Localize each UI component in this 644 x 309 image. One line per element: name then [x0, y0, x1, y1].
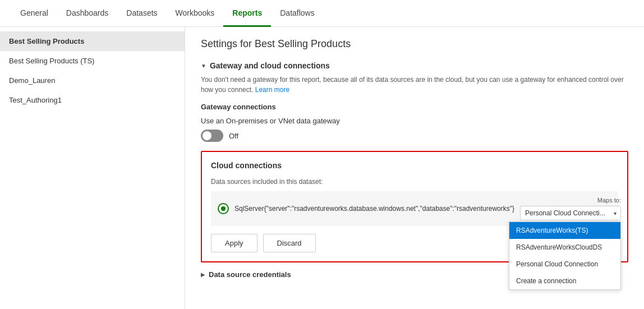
gateway-connections-title: Gateway connections [201, 103, 628, 111]
triangle-right-icon: ▶ [201, 271, 205, 278]
discard-button[interactable]: Discard [263, 234, 316, 252]
nav-dataflows[interactable]: Dataflows [271, 0, 323, 27]
page-title: Settings for Best Selling Products [201, 38, 628, 50]
nav-workbooks[interactable]: Workbooks [167, 0, 224, 27]
apply-button[interactable]: Apply [211, 234, 257, 252]
nav-general[interactable]: General [11, 0, 57, 27]
datasource-label: Data sources included in this dataset: [211, 178, 618, 186]
cloud-connections-title: Cloud connections [211, 161, 618, 170]
dropdown-option-rs-adventureworks-cloudds[interactable]: RSAdventureWorksCloudDS [509, 239, 620, 256]
datasource-row: SqlServer{"server":"rsadventureworks.dat… [211, 191, 618, 226]
connection-dot [221, 206, 226, 211]
connection-select-wrapper: Personal Cloud Connecti... ▾ RSAdventure… [520, 206, 621, 220]
gateway-section-header: ▼ Gateway and cloud connections [201, 61, 628, 70]
dropdown-option-create-connection[interactable]: Create a connection [509, 273, 620, 289]
content-area: Settings for Best Selling Products ▼ Gat… [185, 27, 644, 309]
dropdown-option-personal-cloud[interactable]: Personal Cloud Connection [509, 256, 620, 273]
connection-select[interactable]: Personal Cloud Connecti... [520, 206, 621, 220]
connection-status-icon [218, 203, 229, 214]
nav-datasets[interactable]: Datasets [117, 0, 166, 27]
toggle-label: Off [229, 132, 238, 140]
nav-dashboards[interactable]: Dashboards [57, 0, 118, 27]
triangle-down-icon: ▼ [201, 63, 206, 69]
sidebar: Best Selling Products Best Selling Produ… [0, 27, 185, 309]
cloud-connections-box: Cloud connections Data sources included … [201, 151, 628, 262]
dropdown-option-rs-adventureworks-ts[interactable]: RSAdventureWorks(TS) [509, 222, 620, 239]
sidebar-item-best-selling-products-ts[interactable]: Best Selling Products (TS) [0, 51, 185, 71]
nav-reports[interactable]: Reports [223, 0, 271, 27]
connection-dropdown: RSAdventureWorks(TS) RSAdventureWorksClo… [509, 222, 621, 290]
sidebar-item-test-authoring1[interactable]: Test_Authoring1 [0, 90, 185, 110]
maps-to-label: Maps to: [597, 197, 621, 204]
sidebar-item-best-selling-products[interactable]: Best Selling Products [0, 31, 185, 51]
gateway-toggle-row: Off [201, 130, 628, 142]
learn-more-link[interactable]: Learn more [255, 86, 289, 94]
datasource-name: SqlServer{"server":"rsadventureworks.dat… [234, 205, 514, 213]
top-navigation: General Dashboards Datasets Workbooks Re… [0, 0, 644, 27]
maps-to-column: Maps to: Personal Cloud Connecti... ▾ RS… [520, 197, 621, 220]
gateway-toggle[interactable] [201, 130, 223, 142]
gateway-row-text: Use an On-premises or VNet data gateway [201, 117, 628, 125]
main-layout: Best Selling Products Best Selling Produ… [0, 27, 644, 309]
sidebar-item-demo-lauren[interactable]: Demo_Lauren [0, 71, 185, 90]
gateway-description: You don't need a gateway for this report… [201, 75, 628, 95]
credentials-title: Data source credentials [209, 270, 291, 279]
